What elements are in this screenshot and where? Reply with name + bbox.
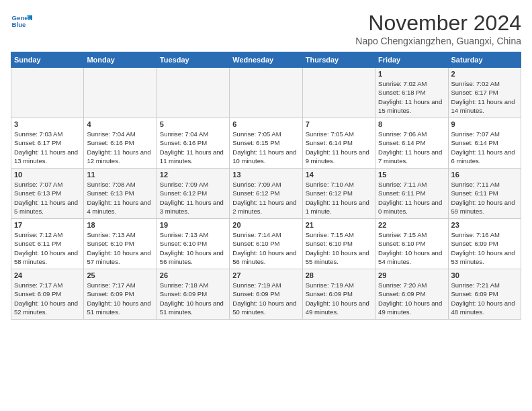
day-info: Sunrise: 7:11 AMSunset: 6:11 PMDaylight:… [378,180,445,216]
day-number: 30 [451,271,518,279]
day-cell: 19Sunrise: 7:13 AMSunset: 6:10 PMDayligh… [157,219,229,269]
day-number: 23 [451,221,518,229]
day-number: 1 [378,70,445,78]
day-cell: 16Sunrise: 7:11 AMSunset: 6:11 PMDayligh… [448,169,521,219]
weekday-header-thursday: Thursday [302,52,375,68]
day-cell: 21Sunrise: 7:15 AMSunset: 6:10 PMDayligh… [302,219,375,269]
day-info: Sunrise: 7:14 AMSunset: 6:10 PMDaylight:… [232,230,299,266]
day-number: 5 [160,120,226,128]
calendar-table: SundayMondayTuesdayWednesdayThursdayFrid… [11,52,521,320]
day-number: 12 [160,171,226,179]
weekday-header-saturday: Saturday [448,52,521,68]
day-cell: 29Sunrise: 7:20 AMSunset: 6:09 PMDayligh… [375,269,448,320]
day-cell: 7Sunrise: 7:05 AMSunset: 6:14 PMDaylight… [302,118,375,169]
day-number: 22 [378,221,445,229]
day-number: 27 [232,271,299,279]
day-info: Sunrise: 7:02 AMSunset: 6:18 PMDaylight:… [378,79,445,115]
day-cell: 24Sunrise: 7:17 AMSunset: 6:09 PMDayligh… [11,269,84,320]
day-number: 26 [160,271,226,279]
day-number: 7 [306,120,372,128]
day-info: Sunrise: 7:20 AMSunset: 6:09 PMDaylight:… [378,281,445,316]
day-number: 13 [232,171,299,179]
title-block: November 2024 Napo Chengxiangzhen, Guang… [355,11,521,46]
day-info: Sunrise: 7:12 AMSunset: 6:11 PMDaylight:… [14,230,81,266]
logo-icon: General Blue [11,11,32,32]
day-cell: 28Sunrise: 7:19 AMSunset: 6:09 PMDayligh… [302,269,375,320]
day-info: Sunrise: 7:18 AMSunset: 6:09 PMDaylight:… [160,281,226,316]
day-cell: 10Sunrise: 7:07 AMSunset: 6:13 PMDayligh… [11,169,84,219]
day-number: 28 [306,271,372,279]
week-row-4: 17Sunrise: 7:12 AMSunset: 6:11 PMDayligh… [11,219,521,269]
weekday-header-tuesday: Tuesday [157,52,229,68]
day-cell: 8Sunrise: 7:06 AMSunset: 6:14 PMDaylight… [375,118,448,169]
day-info: Sunrise: 7:17 AMSunset: 6:09 PMDaylight:… [87,281,153,316]
day-cell: 20Sunrise: 7:14 AMSunset: 6:10 PMDayligh… [230,219,302,269]
day-info: Sunrise: 7:19 AMSunset: 6:09 PMDaylight:… [306,281,372,316]
day-cell: 4Sunrise: 7:04 AMSunset: 6:16 PMDaylight… [84,118,157,169]
day-info: Sunrise: 7:11 AMSunset: 6:11 PMDaylight:… [451,180,518,216]
day-info: Sunrise: 7:09 AMSunset: 6:12 PMDaylight:… [232,180,299,216]
weekday-header-sunday: Sunday [11,52,84,68]
day-number: 14 [306,171,372,179]
day-cell: 17Sunrise: 7:12 AMSunset: 6:11 PMDayligh… [11,219,84,269]
day-info: Sunrise: 7:02 AMSunset: 6:17 PMDaylight:… [451,79,518,115]
day-info: Sunrise: 7:17 AMSunset: 6:09 PMDaylight:… [14,281,81,316]
day-info: Sunrise: 7:09 AMSunset: 6:12 PMDaylight:… [160,180,226,216]
day-info: Sunrise: 7:13 AMSunset: 6:10 PMDaylight:… [87,230,153,266]
day-number: 29 [378,271,445,279]
day-number: 6 [232,120,299,128]
day-info: Sunrise: 7:04 AMSunset: 6:16 PMDaylight:… [160,130,226,165]
day-cell: 27Sunrise: 7:19 AMSunset: 6:09 PMDayligh… [230,269,302,320]
day-cell [302,68,375,118]
day-cell: 14Sunrise: 7:10 AMSunset: 6:12 PMDayligh… [302,169,375,219]
day-cell [157,68,229,118]
day-number: 16 [451,171,518,179]
day-cell: 11Sunrise: 7:08 AMSunset: 6:13 PMDayligh… [84,169,157,219]
week-row-2: 3Sunrise: 7:03 AMSunset: 6:17 PMDaylight… [11,118,521,169]
day-number: 17 [14,221,81,229]
day-cell: 6Sunrise: 7:05 AMSunset: 6:15 PMDaylight… [230,118,302,169]
day-info: Sunrise: 7:05 AMSunset: 6:14 PMDaylight:… [306,130,372,165]
day-info: Sunrise: 7:06 AMSunset: 6:14 PMDaylight:… [378,130,445,165]
day-cell: 23Sunrise: 7:16 AMSunset: 6:09 PMDayligh… [448,219,521,269]
weekday-header-friday: Friday [375,52,448,68]
day-cell [11,68,84,118]
day-info: Sunrise: 7:13 AMSunset: 6:10 PMDaylight:… [160,230,226,266]
day-info: Sunrise: 7:05 AMSunset: 6:15 PMDaylight:… [232,130,299,165]
day-cell: 2Sunrise: 7:02 AMSunset: 6:17 PMDaylight… [448,68,521,118]
weekday-header-monday: Monday [84,52,157,68]
day-info: Sunrise: 7:03 AMSunset: 6:17 PMDaylight:… [14,130,81,165]
day-cell: 18Sunrise: 7:13 AMSunset: 6:10 PMDayligh… [84,219,157,269]
day-number: 10 [14,171,81,179]
day-cell: 30Sunrise: 7:21 AMSunset: 6:09 PMDayligh… [448,269,521,320]
day-number: 25 [87,271,153,279]
day-info: Sunrise: 7:16 AMSunset: 6:09 PMDaylight:… [451,230,518,266]
day-info: Sunrise: 7:08 AMSunset: 6:13 PMDaylight:… [87,180,153,216]
day-cell: 25Sunrise: 7:17 AMSunset: 6:09 PMDayligh… [84,269,157,320]
day-info: Sunrise: 7:15 AMSunset: 6:10 PMDaylight:… [378,230,445,266]
day-number: 2 [451,70,518,78]
day-info: Sunrise: 7:04 AMSunset: 6:16 PMDaylight:… [87,130,153,165]
day-info: Sunrise: 7:07 AMSunset: 6:14 PMDaylight:… [451,130,518,165]
day-number: 21 [306,221,372,229]
day-info: Sunrise: 7:07 AMSunset: 6:13 PMDaylight:… [14,180,81,216]
day-cell: 12Sunrise: 7:09 AMSunset: 6:12 PMDayligh… [157,169,229,219]
location-title: Napo Chengxiangzhen, Guangxi, China [355,36,521,46]
day-number: 8 [378,120,445,128]
page-header: General Blue November 2024 Napo Chengxia… [11,11,521,46]
day-number: 24 [14,271,81,279]
week-row-5: 24Sunrise: 7:17 AMSunset: 6:09 PMDayligh… [11,269,521,320]
day-cell: 9Sunrise: 7:07 AMSunset: 6:14 PMDaylight… [448,118,521,169]
day-info: Sunrise: 7:21 AMSunset: 6:09 PMDaylight:… [451,281,518,316]
day-cell [84,68,157,118]
day-cell: 3Sunrise: 7:03 AMSunset: 6:17 PMDaylight… [11,118,84,169]
day-number: 4 [87,120,153,128]
day-number: 15 [378,171,445,179]
day-cell: 13Sunrise: 7:09 AMSunset: 6:12 PMDayligh… [230,169,302,219]
month-title: November 2024 [355,11,521,36]
day-cell: 1Sunrise: 7:02 AMSunset: 6:18 PMDaylight… [375,68,448,118]
day-cell [230,68,302,118]
day-info: Sunrise: 7:15 AMSunset: 6:10 PMDaylight:… [306,230,372,266]
day-cell: 26Sunrise: 7:18 AMSunset: 6:09 PMDayligh… [157,269,229,320]
svg-text:Blue: Blue [12,21,26,28]
